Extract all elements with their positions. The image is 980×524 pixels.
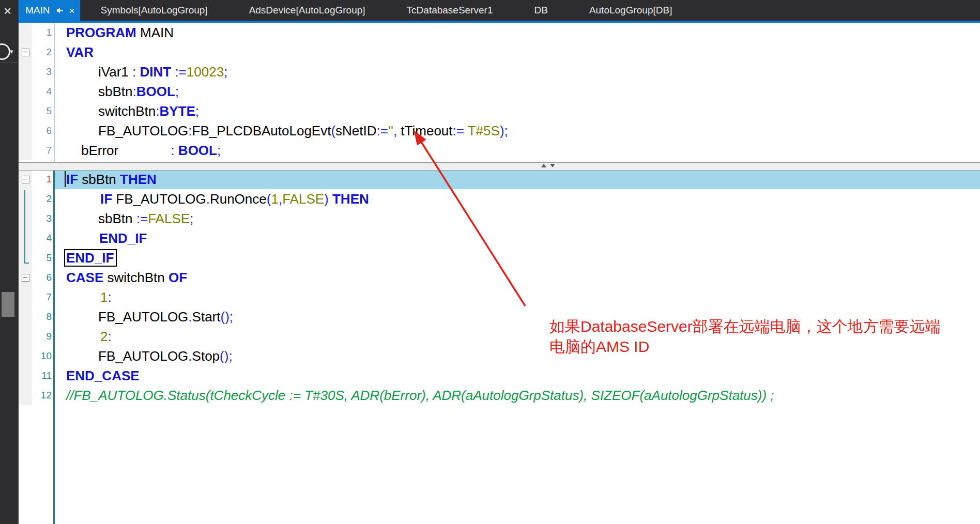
code-text: bError : BOOL; [55,141,980,160]
fold-marker[interactable] [18,169,32,189]
line-number[interactable]: 6 [32,121,52,141]
twincat-editor-window: × ▾ MAIN × Symbols[AutoLogGroup] AdsDevi… [0,0,980,524]
fold-marker[interactable] [18,268,32,287]
line-number[interactable]: 4 [32,82,52,101]
pane-splitter[interactable] [18,162,980,171]
line-number[interactable]: 12 [32,386,52,405]
line-number[interactable]: 5 [32,101,52,121]
code-line[interactable]: 6FB_AUTOLOG:FB_PLCDBAutoLogEvt(sNetID:='… [18,121,980,141]
fold-gutter [18,307,32,327]
line-number[interactable]: 4 [32,228,52,248]
tab-label: Symbols[AutoLogGroup] [101,5,208,16]
line-number[interactable]: 10 [32,346,52,366]
fold-gutter [18,121,32,141]
line-number[interactable]: 7 [32,141,52,160]
line-number[interactable]: 3 [32,209,52,228]
code-line[interactable]: 2VAR [18,42,980,62]
document-tabbar: MAIN × Symbols[AutoLogGroup] AdsDevice[A… [18,0,980,21]
line-number[interactable]: 2 [32,189,52,209]
line-number[interactable]: 1 [32,23,52,42]
code-text: 1: [55,287,980,307]
annotation-line-1: 如果DatabaseServer部署在远端电脑，这个地方需要远端 [549,316,941,336]
collapse-icon[interactable] [22,274,29,282]
code-text: IF FB_AUTOLOG.RunOnce(1,FALSE) THEN [55,189,980,209]
close-icon[interactable]: × [69,6,75,16]
code-line[interactable]: 11END_CASE [18,366,980,386]
line-number[interactable]: 7 [32,287,52,307]
code-line[interactable]: 3iVar1 : DINT :=10023; [18,62,980,82]
splitter-grip-icon[interactable] [541,164,555,167]
line-number[interactable]: 1 [32,169,52,189]
annotation-text: 如果DatabaseServer部署在远端电脑，这个地方需要远端 电脑的AMS … [549,316,941,357]
code-line[interactable]: 71: [18,287,980,307]
code-text: END_IF [55,228,980,248]
gutter-separator [54,23,55,162]
code-text: iVar1 : DINT :=10023; [55,62,980,82]
code-line[interactable]: 12//FB_AUTOLOG.Status(tCheckCycle := T#3… [18,386,980,405]
code-line[interactable]: 1IF sbBtn THEN [18,169,980,189]
code-line[interactable]: 1PROGRAM MAIN [18,23,980,42]
text-caret [65,171,66,187]
tab-label: AdsDevice[AutoLogGroup] [249,5,365,16]
code-text: sbBtn :=FALSE; [55,209,980,228]
code-line[interactable]: 4sbBtn:BOOL; [18,82,980,101]
collapse-icon[interactable] [22,49,29,56]
tool-circle-icon[interactable] [0,43,10,60]
tab-db[interactable]: DB [513,0,568,21]
code-text: switchBtn:BYTE; [55,101,980,121]
strip-divider [0,62,18,63]
fold-gutter [18,62,32,82]
code-line[interactable]: 5switchBtn:BYTE; [18,101,980,121]
fold-gutter [18,23,32,42]
tab-tcdatabaseserver1[interactable]: TcDatabaseServer1 [386,0,514,21]
code-text: FB_AUTOLOG:FB_PLCDBAutoLogEvt(sNetID:=''… [55,121,980,141]
tab-label: MAIN [25,5,50,16]
code-text: CASE switchBtn OF [55,268,980,287]
line-number[interactable]: 3 [32,62,52,82]
st-code-editor: 1PROGRAM MAIN2VAR3iVar1 : DINT :=10023;4… [18,23,980,524]
close-icon[interactable]: × [4,4,11,18]
fold-scope-line [24,190,25,264]
tab-label: TcDatabaseServer1 [407,5,493,16]
code-line[interactable]: 4END_IF [18,228,980,248]
fold-gutter [18,386,32,405]
chevron-down-icon[interactable]: ▾ [10,48,13,55]
code-line[interactable]: 3sbBtn :=FALSE; [18,209,980,228]
collapse-icon[interactable] [22,176,29,183]
fold-marker[interactable] [18,42,32,62]
tab-adsdevice-autologgroup[interactable]: AdsDevice[AutoLogGroup] [228,0,386,21]
fold-gutter [18,287,32,307]
active-tab-accent-line [18,21,980,23]
line-number[interactable]: 2 [32,42,52,62]
tab-symbols-autologgroup[interactable]: Symbols[AutoLogGroup] [80,0,228,21]
strip-scroll-thumb[interactable] [2,292,14,317]
line-number[interactable]: 5 [32,248,52,268]
code-line[interactable]: 6CASE switchBtn OF [18,268,980,287]
declaration-pane: 1PROGRAM MAIN2VAR3iVar1 : DINT :=10023;4… [18,23,980,162]
bracket-match-box: END_IF [64,249,117,267]
line-number[interactable]: 9 [32,327,52,346]
tab-label: DB [534,5,547,16]
code-line[interactable]: 2IF FB_AUTOLOG.RunOnce(1,FALSE) THEN [18,189,980,209]
tab-autologgroup-db[interactable]: AutoLogGroup[DB] [569,0,693,21]
code-text: VAR [55,42,980,62]
fold-gutter [18,327,32,346]
fold-gutter [18,141,32,160]
gutter-separator [53,169,55,524]
code-text: //FB_AUTOLOG.Status(tCheckCycle := T#30S… [55,386,980,405]
annotation-line-2: 电脑的AMS ID [549,336,941,357]
fold-gutter [18,101,32,121]
line-number[interactable]: 8 [32,307,52,327]
fold-gutter [18,346,32,366]
side-toolwindow-strip: × ▾ [0,0,19,524]
code-text: END_CASE [55,366,980,386]
tab-main[interactable]: MAIN × [18,0,80,21]
line-number[interactable]: 6 [32,268,52,287]
pin-icon[interactable] [56,7,64,14]
code-line[interactable]: 5END_IF [18,248,980,268]
fold-gutter [18,82,32,101]
line-number[interactable]: 11 [32,366,52,386]
code-text: sbBtn:BOOL; [55,82,980,101]
code-line[interactable]: 7bError : BOOL; [18,141,980,160]
code-text: IF sbBtn THEN [55,169,980,189]
